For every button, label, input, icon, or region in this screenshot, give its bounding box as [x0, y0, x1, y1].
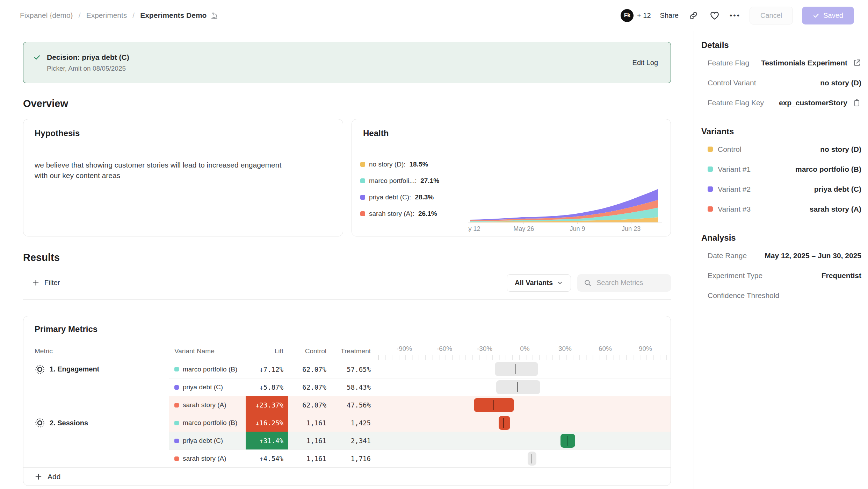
- confidence-interval-bar[interactable]: [496, 380, 541, 394]
- external-link-icon[interactable]: [852, 58, 861, 68]
- variant-cell[interactable]: sarah story (A): [169, 449, 246, 467]
- variant-cell[interactable]: marco portfolio (B): [169, 360, 246, 378]
- hypothesis-card: Hypothesis we believe that showing custo…: [23, 119, 343, 236]
- table-row[interactable]: 2. Sessions marco portfolio (B)↓16.25%1,…: [23, 414, 671, 432]
- zero-line: [525, 396, 525, 414]
- legend-label: sarah story (A):: [369, 210, 414, 218]
- variant-cell[interactable]: priya debt (C): [169, 378, 246, 396]
- feature-flag-row: Feature Flag Testimonials Experiment: [701, 53, 861, 73]
- search-metrics-input[interactable]: [596, 279, 665, 287]
- variant-name: priya debt (C): [183, 383, 223, 391]
- variant-cell[interactable]: sarah story (A): [169, 396, 246, 414]
- col-lift: Lift: [246, 342, 288, 360]
- more-options-icon[interactable]: •••: [730, 11, 740, 20]
- primary-metrics-card: Primary Metrics Metric Variant Name Lift…: [23, 316, 671, 486]
- control-value: 62.07%: [288, 360, 331, 378]
- breadcrumb-separator: /: [132, 11, 135, 20]
- lift-marker: [515, 364, 516, 374]
- add-metric-button[interactable]: Add: [23, 467, 671, 486]
- analysis-row: Date Range May 12, 2025 – Jun 30, 2025: [701, 246, 861, 265]
- variants-heading: Variants: [701, 127, 861, 136]
- table-row[interactable]: 1. Engagement marco portfolio (B)↓7.12%6…: [23, 360, 671, 378]
- lift-marker: [517, 382, 518, 392]
- cancel-button[interactable]: Cancel: [750, 7, 793, 24]
- control-value: 1,161: [288, 449, 331, 467]
- feature-flag-value[interactable]: Testimonials Experiment: [761, 59, 847, 67]
- metric-name: 2. Sessions: [50, 419, 88, 427]
- control-variant-value: no story (D): [820, 79, 861, 87]
- edit-log-button[interactable]: Edit Log: [632, 59, 658, 67]
- add-filter-button[interactable]: Filter: [23, 279, 60, 287]
- breadcrumb-project[interactable]: Fixpanel {demo}: [20, 11, 73, 20]
- treatment-value: 57.65%: [331, 360, 376, 378]
- metric-cell: [23, 378, 169, 396]
- lift-value: ↓16.25%: [246, 414, 288, 432]
- variants-dropdown[interactable]: All Variants: [507, 274, 571, 292]
- collaborators-count[interactable]: + 12: [637, 12, 651, 20]
- table-row[interactable]: priya debt (C)↓5.87%62.07%58.43%: [23, 378, 671, 396]
- breadcrumb-experiments[interactable]: Experiments: [86, 11, 127, 20]
- main-content: Decision: priya debt (C) Picker, Amit on…: [0, 31, 694, 489]
- favorite-heart-icon[interactable]: [709, 9, 721, 21]
- control-variant-row: Control Variant no story (D): [701, 73, 861, 93]
- saved-label: Saved: [823, 12, 843, 20]
- analysis-value: Frequentist: [822, 271, 861, 280]
- variant-swatch: [708, 186, 713, 192]
- details-heading: Details: [701, 40, 861, 50]
- row-label: Control: [718, 145, 742, 154]
- table-row[interactable]: priya debt (C)↑31.4%1,1612,341: [23, 432, 671, 449]
- avatar[interactable]: Fk: [621, 9, 634, 22]
- breadcrumb-current[interactable]: Experiments Demo: [140, 11, 219, 20]
- legend-item: priya debt (C): 28.3%: [360, 192, 462, 203]
- hypothesis-body[interactable]: we believe that showing customer stories…: [23, 147, 304, 194]
- scale-tick-label: -30%: [477, 345, 492, 353]
- variant-name: sarah story (A): [183, 401, 226, 409]
- plus-icon: [35, 473, 42, 481]
- variant-cell[interactable]: marco portfolio (B): [169, 414, 246, 432]
- table-header: Metric Variant Name Lift Control Treatme…: [23, 342, 671, 360]
- variant-cell[interactable]: priya debt (C): [169, 432, 246, 449]
- confidence-interval-bar[interactable]: [495, 362, 538, 376]
- variants-dropdown-value: All Variants: [515, 279, 553, 287]
- search-icon: [584, 279, 592, 287]
- search-metrics-box[interactable]: [577, 274, 671, 292]
- lift-value: ↓23.37%: [246, 396, 288, 414]
- table-row[interactable]: sarah story (A)↓23.37%62.07%47.56%: [23, 396, 671, 414]
- analysis-row: Experiment Type Frequentist: [701, 265, 861, 285]
- scale-tick-label: -60%: [437, 345, 452, 353]
- row-label: Date Range: [708, 251, 747, 260]
- health-title: Health: [352, 119, 671, 147]
- lift-value: ↑31.4%: [246, 432, 288, 449]
- check-icon: [33, 54, 41, 63]
- breadcrumb: Fixpanel {demo} / Experiments / Experime…: [20, 11, 219, 20]
- legend-label: no story (D):: [369, 161, 406, 168]
- lift-marker: [493, 400, 494, 410]
- decision-banner: Decision: priya debt (C) Picker, Amit on…: [23, 42, 671, 83]
- share-button[interactable]: Share: [660, 12, 679, 20]
- confidence-interval-bar[interactable]: [528, 452, 536, 466]
- treatment-value: 2,341: [331, 432, 376, 449]
- microscope-icon: [210, 11, 219, 20]
- metric-cell[interactable]: 1. Engagement: [23, 360, 169, 378]
- row-label: Experiment Type: [708, 271, 762, 280]
- overview-heading: Overview: [23, 98, 671, 109]
- plus-icon: [32, 279, 39, 286]
- primary-metrics-title: Primary Metrics: [23, 316, 671, 342]
- metric-cell: [23, 396, 169, 414]
- copy-link-icon[interactable]: [688, 9, 700, 21]
- confidence-interval-bar[interactable]: [560, 434, 575, 448]
- saved-button[interactable]: Saved: [802, 7, 854, 24]
- lift-scale-header: -90%-60%-30%0%30%60%90%: [376, 342, 671, 360]
- zero-line: [525, 450, 525, 467]
- row-label: Variant #3: [718, 205, 751, 213]
- lift-marker: [503, 418, 504, 428]
- treatment-value: 1,716: [331, 449, 376, 467]
- zero-line: [525, 414, 525, 432]
- variant-swatch: [174, 439, 179, 443]
- copy-icon[interactable]: [852, 98, 861, 107]
- row-label: Feature Flag Key: [708, 99, 764, 107]
- table-row[interactable]: sarah story (A)↑4.54%1,1611,716: [23, 449, 671, 467]
- confidence-interval-bar[interactable]: [499, 416, 510, 430]
- metric-cell[interactable]: 2. Sessions: [23, 414, 169, 432]
- control-value: 1,161: [288, 414, 331, 432]
